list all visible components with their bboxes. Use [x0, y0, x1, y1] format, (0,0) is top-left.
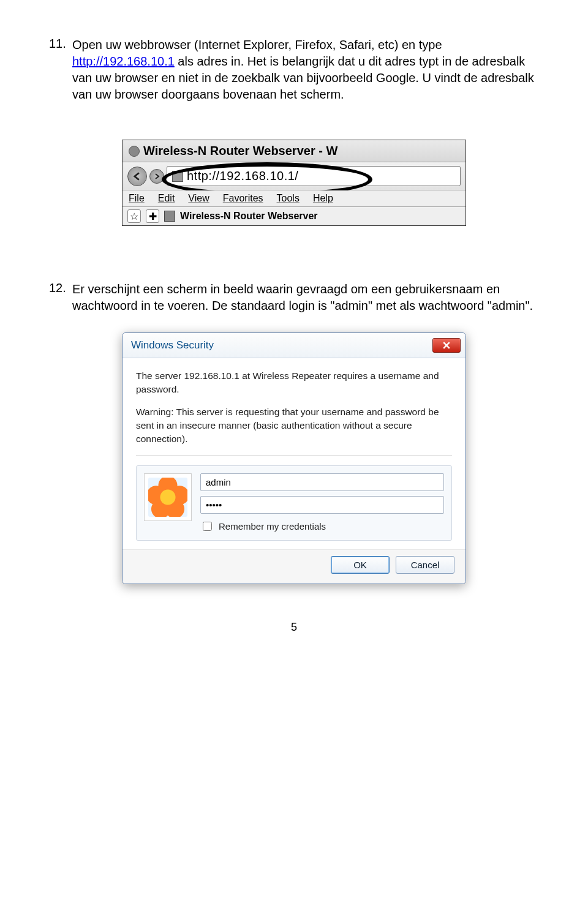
address-bar-wrap: http://192.168.10.1/	[167, 166, 461, 186]
favorites-star-icon[interactable]: ☆	[127, 209, 141, 223]
dialog-body: The server 192.168.10.1 at Wireless Repe…	[123, 358, 466, 549]
browser-titlebar: Wireless-N Router Webserver - W	[123, 140, 466, 162]
browser-screenshot: Wireless-N Router Webserver - W http://1…	[122, 140, 466, 226]
step11-pre: Open uw webbrowser (Internet Explorer, F…	[72, 38, 442, 51]
address-url: http://192.168.10.1/	[187, 169, 298, 183]
tab-title: Wireless-N Router Webserver	[180, 211, 318, 222]
dialog-line2: Warning: This server is requesting that …	[136, 405, 452, 445]
dialog-title: Windows Security	[131, 339, 214, 351]
site-icon	[172, 171, 183, 182]
ok-button[interactable]: OK	[331, 556, 390, 574]
browser-menu: File Edit View Favorites Tools Help	[123, 190, 466, 207]
menu-tools[interactable]: Tools	[277, 193, 300, 204]
menu-view[interactable]: View	[188, 193, 209, 204]
page-number: 5	[49, 621, 539, 634]
router-url-link[interactable]: http://192.168.10.1	[72, 54, 175, 68]
step-text: Open uw webbrowser (Internet Explorer, F…	[72, 37, 539, 103]
address-bar[interactable]: http://192.168.10.1/	[167, 166, 461, 186]
step-number: 11.	[49, 37, 72, 103]
menu-edit[interactable]: Edit	[158, 193, 175, 204]
credentials-box: Remember my credentials	[136, 465, 452, 541]
remember-text: Remember my credentials	[219, 521, 326, 531]
remember-checkbox[interactable]	[203, 522, 212, 531]
step-12: 12. Er verschijnt een scherm in beeld wa…	[49, 281, 539, 314]
tab-icon	[164, 211, 175, 222]
add-favorite-icon[interactable]: ✚	[146, 209, 159, 223]
remember-label[interactable]: Remember my credentials	[200, 520, 444, 533]
avatar-image	[148, 478, 187, 517]
dialog-titlebar: Windows Security	[123, 333, 466, 358]
credential-fields: Remember my credentials	[200, 473, 444, 533]
dialog-line1: The server 192.168.10.1 at Wireless Repe…	[136, 369, 452, 396]
avatar	[144, 473, 192, 521]
divider	[136, 455, 452, 456]
windows-security-dialog: Windows Security The server 192.168.10.1…	[122, 332, 466, 584]
close-button[interactable]	[432, 338, 461, 353]
browser-navbar: http://192.168.10.1/	[123, 162, 466, 190]
menu-favorites[interactable]: Favorites	[223, 193, 263, 204]
step-text: Er verschijnt een scherm in beeld waarin…	[72, 281, 539, 314]
step-number: 12.	[49, 281, 72, 314]
menu-help[interactable]: Help	[313, 193, 333, 204]
dialog-buttons: OK Cancel	[123, 549, 466, 584]
browser-title-text: Wireless-N Router Webserver - W	[143, 144, 337, 158]
password-field[interactable]	[200, 496, 444, 514]
menu-file[interactable]: File	[129, 193, 145, 204]
favicon-icon	[129, 146, 140, 157]
browser-favorites-bar: ☆ ✚ Wireless-N Router Webserver	[123, 207, 466, 225]
forward-button[interactable]	[149, 169, 164, 184]
back-button[interactable]	[127, 167, 147, 186]
username-field[interactable]	[200, 473, 444, 491]
step-11: 11. Open uw webbrowser (Internet Explore…	[49, 37, 539, 103]
cancel-button[interactable]: Cancel	[396, 556, 454, 574]
